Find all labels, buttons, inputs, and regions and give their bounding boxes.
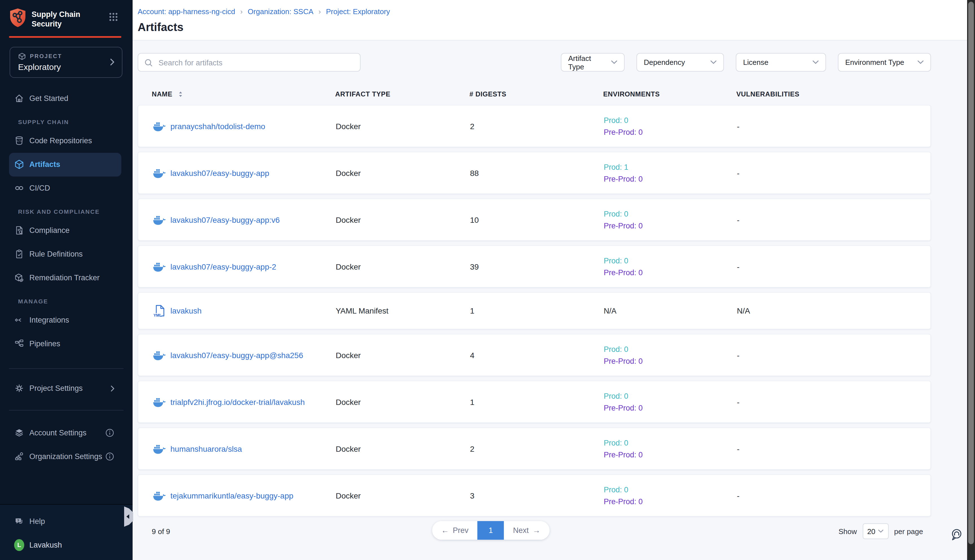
- prod-env-link[interactable]: Prod: 0: [604, 483, 723, 495]
- artifact-name-link[interactable]: lavakush07/easy-buggy-app@sha256: [170, 350, 303, 360]
- sidebar-footer: Help L Lavakush: [0, 504, 133, 560]
- vertical-scrollbar[interactable]: [967, 0, 975, 560]
- preprod-env-link[interactable]: Pre-Prod: 0: [604, 267, 723, 278]
- remediation-box-icon: [14, 272, 24, 283]
- sidebar-item-code-repositories[interactable]: Code Repositories: [9, 129, 121, 153]
- artifact-name-link[interactable]: lavakush07/easy-buggy-app: [170, 168, 269, 177]
- vulnerabilities-cell: -: [723, 350, 930, 360]
- sidebar-item-label: Organization Settings: [29, 452, 102, 461]
- chevron-down-icon: [611, 60, 617, 64]
- prod-env-link[interactable]: Prod: 0: [604, 255, 723, 267]
- artifact-type-cell: Docker: [322, 491, 456, 500]
- artifact-name-link[interactable]: lavakush07/easy-buggy-app:v6: [170, 215, 280, 224]
- preprod-env-link[interactable]: Pre-Prod: 0: [604, 448, 723, 460]
- artifact-name-link[interactable]: tejakummarikuntla/easy-buggy-app: [170, 491, 294, 500]
- sidebar-item-cicd[interactable]: CI/CD: [9, 176, 121, 200]
- project-selector[interactable]: PROJECT Exploratory: [10, 47, 122, 78]
- docker-icon: [152, 214, 166, 225]
- code-repo-icon: [14, 135, 24, 146]
- breadcrumb-separator-icon: ›: [240, 7, 243, 16]
- sidebar-item-label: Help: [29, 517, 45, 525]
- sidebar-item-project-settings[interactable]: Project Settings: [9, 377, 121, 400]
- preprod-env-link[interactable]: Pre-Prod: 0: [604, 402, 723, 414]
- info-icon[interactable]: [105, 428, 115, 438]
- support-chat-button[interactable]: [950, 528, 964, 543]
- preprod-env-link[interactable]: Pre-Prod: 0: [604, 220, 723, 232]
- prod-env-link[interactable]: Prod: 1: [604, 161, 723, 173]
- breadcrumb-organization-link[interactable]: Organization: SSCA: [248, 7, 314, 16]
- app-window: Supply Chain Security PROJECT Explorator…: [0, 0, 975, 560]
- page-1-button[interactable]: 1: [477, 521, 504, 540]
- preprod-env-link[interactable]: Pre-Prod: 0: [604, 173, 723, 185]
- integrations-icon: [14, 314, 24, 326]
- table-footer: 9 of 9 ← Prev 1 Next → Show 20: [138, 521, 931, 542]
- sidebar-item-pipelines[interactable]: Pipelines: [9, 332, 121, 355]
- docker-icon: [152, 349, 166, 361]
- sidebar-item-integrations[interactable]: Integrations: [9, 308, 121, 332]
- sidebar-item-help[interactable]: Help: [9, 509, 121, 533]
- main-area: Account: app-harness-ng-cicd › Organizat…: [133, 0, 975, 560]
- preprod-env-link[interactable]: Pre-Prod: 0: [604, 495, 723, 507]
- sidebar-item-compliance[interactable]: Compliance: [9, 218, 121, 242]
- document-search-icon: [14, 225, 24, 236]
- breadcrumb-account-link[interactable]: Account: app-harness-ng-cicd: [138, 7, 235, 16]
- collapse-arrow-icon: [126, 514, 129, 519]
- artifact-type-cell: Docker: [322, 444, 456, 453]
- artifact-type-cell: YAML Manifest: [322, 306, 456, 315]
- digests-cell: 1: [456, 306, 589, 315]
- preprod-env-link[interactable]: Pre-Prod: 0: [604, 355, 723, 367]
- module-grid-icon[interactable]: [109, 8, 118, 24]
- breadcrumb-separator-icon: ›: [319, 7, 321, 16]
- prod-env-link[interactable]: Prod: 0: [604, 437, 723, 448]
- chevron-down-icon: [813, 60, 819, 64]
- artifact-type-cell: Docker: [322, 215, 456, 224]
- preprod-env-link[interactable]: Pre-Prod: 0: [604, 126, 723, 138]
- env-na-value: N/A: [604, 305, 723, 317]
- artifact-type-filter[interactable]: Artifact Type: [561, 53, 624, 72]
- vulnerabilities-cell: -: [723, 122, 930, 130]
- artifact-name-link[interactable]: lavakush07/easy-buggy-app-2: [170, 262, 276, 271]
- prod-env-link[interactable]: Prod: 0: [604, 208, 723, 220]
- artifact-name-link[interactable]: pranaycshah/todolist-demo: [170, 122, 265, 130]
- user-menu[interactable]: L Lavakush: [9, 533, 121, 557]
- breadcrumb: Account: app-harness-ng-cicd › Organizat…: [138, 0, 975, 16]
- clipboard-check-icon: [14, 248, 24, 260]
- sort-icon[interactable]: [177, 90, 184, 98]
- dependency-filter[interactable]: Dependency: [636, 53, 724, 72]
- page-size-select[interactable]: 20: [862, 523, 888, 539]
- artifact-type-cell: Docker: [322, 262, 456, 271]
- digests-cell: 2: [456, 122, 589, 130]
- sidebar-item-artifacts[interactable]: Artifacts: [9, 153, 121, 176]
- next-page-button[interactable]: Next →: [504, 521, 549, 540]
- user-name: Lavakush: [29, 540, 62, 549]
- artifact-type-cell: Docker: [322, 350, 456, 360]
- vulnerabilities-cell: -: [723, 444, 930, 453]
- breadcrumb-project-link[interactable]: Project: Exploratory: [326, 7, 390, 16]
- artifact-name-link[interactable]: lavakush: [170, 306, 202, 315]
- vulnerabilities-cell: N/A: [723, 306, 930, 315]
- info-icon[interactable]: [105, 452, 115, 461]
- home-icon: [14, 93, 24, 104]
- artifact-name-link[interactable]: humanshuarora/slsa: [170, 444, 242, 453]
- sidebar-item-label: Pipelines: [29, 340, 60, 348]
- search-input[interactable]: [157, 53, 357, 72]
- org-hierarchy-icon: [14, 451, 24, 462]
- sidebar-item-get-started[interactable]: Get Started: [9, 87, 121, 110]
- sidebar-section-risk-compliance: RISK AND COMPLIANCE: [0, 200, 133, 218]
- sidebar-item-remediation-tracker[interactable]: Remediation Tracker: [9, 266, 121, 290]
- table-row: tejakummarikuntla/easy-buggy-app Docker …: [138, 474, 931, 517]
- prev-page-button[interactable]: ← Prev: [432, 521, 477, 540]
- sidebar-item-rule-definitions[interactable]: Rule Definitions: [9, 242, 121, 266]
- environment-type-filter[interactable]: Environment Type: [838, 53, 931, 72]
- prod-env-link[interactable]: Prod: 0: [604, 390, 723, 402]
- prod-env-link[interactable]: Prod: 0: [604, 343, 723, 355]
- sidebar-item-organization-settings[interactable]: Organization Settings: [9, 445, 121, 468]
- table-row: lavakush07/easy-buggy-app:v6 Docker 10 P…: [138, 198, 931, 241]
- license-filter[interactable]: License: [736, 53, 826, 72]
- artifact-name-link[interactable]: trialpfv2hi.jfrog.io/docker-trial/lavaku…: [170, 397, 305, 406]
- chevron-right-icon: [110, 58, 115, 66]
- scrollbar-thumb[interactable]: [968, 2, 974, 544]
- sidebar-item-account-settings[interactable]: Account Settings: [9, 421, 121, 445]
- filters: Artifact Type Dependency License Environ…: [561, 53, 931, 72]
- prod-env-link[interactable]: Prod: 0: [604, 114, 723, 126]
